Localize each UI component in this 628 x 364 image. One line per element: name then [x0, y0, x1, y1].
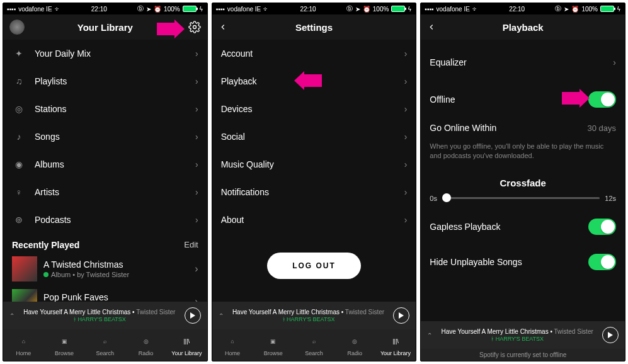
- offline-help-text: When you go offline, you'll only be able…: [421, 142, 625, 169]
- page-title: Playback: [503, 22, 544, 33]
- chevron-up-icon[interactable]: ⌃: [9, 312, 14, 319]
- go-online-value: 30 days: [587, 123, 616, 133]
- settings-item-account[interactable]: Account›: [212, 40, 416, 67]
- album-art: [12, 289, 37, 302]
- tab-browse[interactable]: ▣Browse: [253, 329, 294, 361]
- chevron-right-icon: ›: [195, 48, 198, 59]
- recent-item[interactable]: A Twisted ChristmasAlbum • by Twisted Si…: [3, 253, 207, 285]
- back-button[interactable]: [427, 23, 436, 31]
- go-online-row[interactable]: Go Online Within30 days: [421, 114, 625, 142]
- chevron-right-icon: ›: [195, 296, 198, 302]
- header: Settings: [212, 14, 416, 40]
- bluetooth-icon: ᚼ: [282, 316, 285, 322]
- chevron-right-icon: ›: [404, 104, 408, 114]
- radio-icon: ◎: [348, 334, 362, 348]
- library-item-label: Stations: [35, 104, 67, 114]
- content: Account› Playback› Devices› Social› Musi…: [212, 40, 416, 302]
- browse-icon: ▣: [57, 334, 71, 348]
- play-button[interactable]: [185, 307, 201, 324]
- settings-item-social[interactable]: Social›: [212, 123, 416, 151]
- equalizer-row[interactable]: Equalizer›: [421, 48, 625, 76]
- edit-button[interactable]: Edit: [184, 240, 198, 250]
- settings-list[interactable]: Account› Playback› Devices› Social› Musi…: [212, 40, 416, 302]
- screen-playback: ▪▪▪▪vodafone IEᯤ 22:10 ⓑ➤⏰100%ϟ Playback…: [420, 3, 625, 361]
- recent-item[interactable]: Pop Punk FavesPlaylist›: [3, 285, 207, 302]
- now-playing-bar[interactable]: ⌃ Have Yourself A Merry Little Christmas…: [3, 302, 207, 329]
- section-header: Recently PlayedEdit: [3, 234, 207, 253]
- library-item-label: Your Daily Mix: [35, 48, 91, 59]
- crossfade-slider-row: 0s 12s: [421, 195, 625, 212]
- tab-label: Home: [16, 350, 31, 356]
- settings-item-notifications[interactable]: Notifications›: [212, 178, 416, 206]
- wifi-icon: ᯤ: [55, 6, 61, 13]
- recent-title: A Twisted Christmas: [43, 259, 188, 270]
- carrier-label: vodafone IE: [18, 6, 52, 13]
- chevron-right-icon: ›: [404, 215, 408, 225]
- crossfade-slider[interactable]: [442, 197, 600, 199]
- offline-banner: Spotify is currently set to offline: [421, 349, 625, 361]
- tab-radio[interactable]: ◎Radio: [334, 329, 375, 361]
- avatar[interactable]: [9, 20, 25, 35]
- chevron-right-icon: ›: [404, 48, 408, 59]
- content: Equalizer› Offline Go Online Within30 da…: [421, 40, 625, 321]
- chevron-up-icon[interactable]: ⌃: [427, 332, 432, 339]
- tab-search[interactable]: ⌕Search: [84, 329, 125, 361]
- offline-label: Offline: [430, 94, 455, 105]
- tab-label: Search: [305, 350, 323, 356]
- content: ✦Your Daily Mix› ♫Playlists› ◎Stations› …: [3, 40, 207, 302]
- chevron-right-icon: ›: [195, 104, 198, 114]
- library-item-stations[interactable]: ◎Stations›: [3, 95, 207, 123]
- np-title: Have Yourself A Merry Little Christmas: [232, 309, 340, 316]
- library-item-playlists[interactable]: ♫Playlists›: [3, 67, 207, 95]
- crossfade-max: 12s: [605, 195, 616, 202]
- chevron-right-icon: ›: [195, 76, 198, 86]
- location-icon: ➤: [146, 6, 151, 13]
- location-icon: ➤: [564, 6, 569, 13]
- slider-thumb[interactable]: [442, 193, 451, 202]
- library-list[interactable]: ✦Your Daily Mix› ♫Playlists› ◎Stations› …: [3, 40, 207, 302]
- gapless-toggle[interactable]: [588, 219, 616, 235]
- library-item-daily-mix[interactable]: ✦Your Daily Mix›: [3, 40, 207, 67]
- settings-item-devices[interactable]: Devices›: [212, 95, 416, 123]
- charging-icon: ϟ: [408, 6, 412, 13]
- tab-browse[interactable]: ▣Browse: [44, 329, 85, 361]
- settings-item-music-quality[interactable]: Music Quality›: [212, 151, 416, 178]
- settings-item-label: Notifications: [221, 187, 269, 197]
- library-item-songs[interactable]: ♪Songs›: [3, 123, 207, 151]
- tab-home[interactable]: ⌂Home: [3, 329, 44, 361]
- back-button[interactable]: [219, 23, 227, 31]
- artists-icon: ♀: [12, 185, 26, 199]
- play-button[interactable]: [393, 307, 409, 324]
- now-playing-bar[interactable]: ⌃ Have Yourself A Merry Little Christmas…: [212, 302, 416, 329]
- tab-search[interactable]: ⌕Search: [294, 329, 334, 361]
- hide-unplayable-toggle[interactable]: [588, 254, 616, 270]
- settings-button[interactable]: [188, 21, 201, 33]
- tab-radio[interactable]: ◎Radio: [125, 329, 166, 361]
- settings-item-playback[interactable]: Playback›: [212, 67, 416, 95]
- tab-label: Your Library: [171, 350, 202, 356]
- library-item-podcasts[interactable]: ⊚Podcasts›: [3, 206, 207, 234]
- library-item-albums[interactable]: ◉Albums›: [3, 151, 207, 178]
- tab-your-library[interactable]: |||\Your Library: [375, 329, 416, 361]
- play-button[interactable]: [602, 327, 619, 343]
- tab-home[interactable]: ⌂Home: [212, 329, 253, 361]
- note-icon: ♫: [12, 74, 26, 88]
- chevron-right-icon: ›: [404, 187, 408, 197]
- hide-unplayable-label: Hide Unplayable Songs: [430, 257, 522, 267]
- logout-button[interactable]: LOG OUT: [267, 253, 361, 279]
- hide-unplayable-row: Hide Unplayable Songs: [421, 247, 625, 276]
- chevron-up-icon[interactable]: ⌃: [219, 312, 224, 319]
- wifi-icon: ᯤ: [263, 6, 270, 13]
- playback-settings-list[interactable]: Equalizer› Offline Go Online Within30 da…: [421, 40, 625, 321]
- now-playing-bar[interactable]: ⌃ Have Yourself A Merry Little Christmas…: [421, 321, 625, 349]
- annotation-arrow: [294, 71, 322, 90]
- status-time: 22:10: [300, 6, 316, 13]
- bluetooth-icon: ᚼ: [491, 336, 494, 342]
- downloaded-icon: [43, 272, 49, 277]
- np-artist: Twisted Sister: [136, 309, 175, 316]
- offline-toggle[interactable]: [588, 91, 616, 108]
- library-item-artists[interactable]: ♀Artists›: [3, 178, 207, 206]
- library-item-label: Podcasts: [35, 215, 71, 225]
- tab-your-library[interactable]: |||\Your Library: [166, 329, 207, 361]
- settings-item-about[interactable]: About›: [212, 206, 416, 234]
